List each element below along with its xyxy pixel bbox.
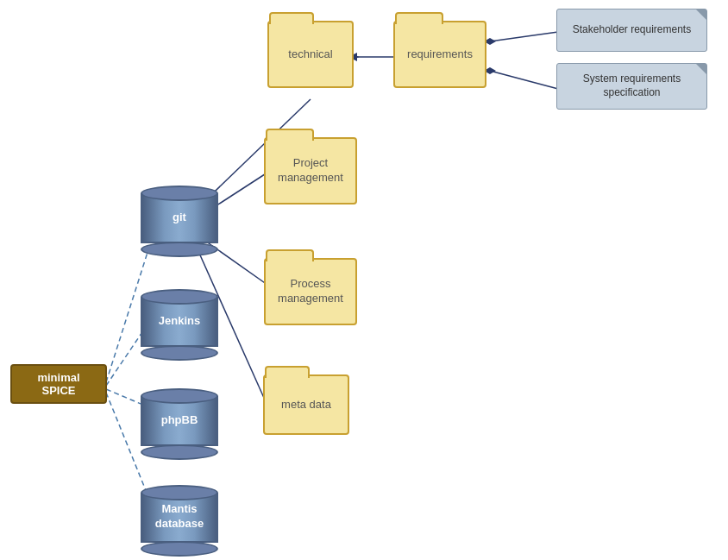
spice-label: minimal SPICE: [21, 371, 97, 397]
svg-line-1: [490, 32, 558, 41]
cylinder-mantis: Mantisdatabase: [141, 485, 218, 557]
cylinder-jenkins-label: Jenkins: [159, 314, 200, 329]
folder-technical-label: technical: [288, 47, 332, 62]
doc-sysreq-label: System requirementsspecification: [583, 72, 681, 99]
cylinder-git: git: [141, 186, 218, 257]
cylinder-mantis-label: Mantisdatabase: [155, 502, 204, 532]
cylinder-phpbb: phpBB: [141, 388, 218, 460]
folder-requirements: requirements: [388, 16, 492, 93]
doc-stakeholder-label: Stakeholder requirements: [573, 23, 691, 37]
folder-project-label: Projectmanagement: [278, 156, 343, 186]
doc-sysreq: System requirementsspecification: [556, 63, 707, 110]
diagram: technical requirements Projectmanagement…: [0, 0, 728, 560]
folder-process-mgmt: Processmanagement: [259, 253, 362, 330]
folder-requirements-label: requirements: [407, 47, 473, 62]
folder-technical: technical: [263, 16, 358, 93]
svg-line-2: [490, 71, 558, 89]
folder-project-mgmt: Projectmanagement: [259, 132, 362, 210]
folder-meta-data: meta data: [259, 369, 354, 440]
cylinder-phpbb-label: phpBB: [161, 413, 198, 428]
folder-meta-label: meta data: [281, 398, 331, 412]
doc-stakeholder: Stakeholder requirements: [556, 9, 707, 52]
cylinder-jenkins: Jenkins: [141, 289, 218, 361]
spice-box: minimal SPICE: [10, 364, 107, 404]
cylinder-git-label: git: [173, 211, 186, 225]
folder-process-label: Processmanagement: [278, 277, 343, 306]
